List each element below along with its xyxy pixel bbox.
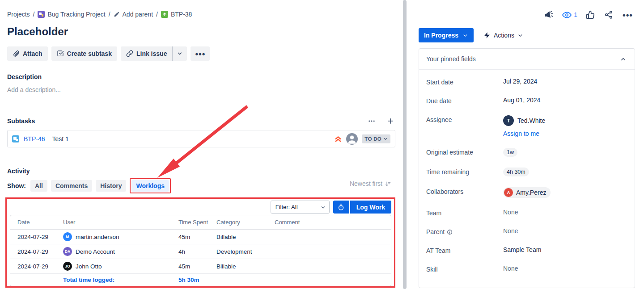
subtask-row[interactable]: BTP-46 Test 1 TO DO <box>7 130 395 147</box>
original-estimate-value[interactable]: 1w <box>503 148 517 157</box>
breadcrumb-separator: / <box>33 11 35 18</box>
attach-button[interactable]: Attach <box>7 46 48 61</box>
worklog-row[interactable]: 2024-07-29 DA Demo Account 4h Developmen… <box>10 244 391 259</box>
team-value[interactable]: None <box>503 209 518 216</box>
worklog-total-row: Total time logged: 5h 30m <box>10 274 391 286</box>
tab-all[interactable]: All <box>30 180 47 192</box>
link-icon <box>126 50 133 57</box>
priority-highest-icon <box>334 135 342 143</box>
subtasks-more-button[interactable] <box>367 116 377 126</box>
more-options-button[interactable]: ••• <box>622 10 634 20</box>
user-name: John Otto <box>76 263 102 270</box>
collapse-panel-button[interactable] <box>619 55 627 63</box>
status-dropdown[interactable]: In Progress <box>419 28 474 42</box>
actions-dropdown[interactable]: Actions <box>483 32 523 39</box>
worklog-row[interactable]: 2024-07-29 M martin.anderson 45m Billabl… <box>10 230 391 244</box>
project-avatar-icon <box>38 11 45 18</box>
worklogs-tab-highlight-box: Worklogs <box>130 178 171 193</box>
watchers-count: 1 <box>574 11 577 18</box>
user-avatar: DA <box>63 247 72 256</box>
total-time-value: 5h 30m <box>175 274 213 286</box>
eye-icon <box>562 10 572 20</box>
pencil-icon <box>114 11 120 17</box>
collaborator-chip[interactable]: A Amy.Perez <box>503 187 551 198</box>
tab-worklogs[interactable]: Worklogs <box>131 180 169 192</box>
user-avatar: M <box>63 232 72 241</box>
page-title: Placeholder <box>7 25 68 38</box>
user-name: Demo Account <box>76 248 115 255</box>
due-date-value[interactable]: Aug 01, 2024 <box>503 96 540 104</box>
col-time-spent: Time Spent <box>175 215 213 230</box>
parent-value[interactable]: None <box>503 227 518 235</box>
field-at-team: AT Team Sample Team <box>426 241 627 260</box>
activity-filter-tabs: Show: All Comments History Worklogs <box>7 178 171 193</box>
breadcrumb-project[interactable]: Bug Tracking Project <box>38 11 105 18</box>
breadcrumb-add-parent[interactable]: Add parent <box>114 11 153 18</box>
at-team-value[interactable]: Sample Team <box>503 246 541 253</box>
assign-to-me-link[interactable]: Assign to me <box>503 130 545 137</box>
feedback-megaphone-button[interactable] <box>543 9 555 21</box>
subtasks-add-button[interactable] <box>386 116 395 126</box>
field-collaborators: Collaborators A Amy.Perez <box>426 182 627 203</box>
breadcrumb-projects[interactable]: Projects <box>7 11 30 18</box>
issue-header-icons: 1 ••• <box>543 9 634 21</box>
info-icon <box>447 229 453 235</box>
subtasks-heading: Subtasks <box>7 117 35 125</box>
skill-value[interactable]: None <box>503 265 518 272</box>
subtask-status-dropdown[interactable]: TO DO <box>362 134 390 143</box>
breadcrumb-issue[interactable]: BTP-38 <box>161 11 192 18</box>
chevron-up-icon <box>620 56 627 63</box>
link-issue-button[interactable]: Link issue <box>121 46 172 61</box>
col-date: Date <box>10 215 59 230</box>
worklog-row[interactable]: 2024-07-29 JO John Otto 45m Billable <box>10 259 391 274</box>
col-user: User <box>59 215 175 230</box>
collaborator-avatar: A <box>504 188 513 197</box>
ellipsis-icon: ••• <box>195 50 205 58</box>
tab-history[interactable]: History <box>96 180 126 192</box>
subtask-summary[interactable]: Test 1 <box>52 135 68 142</box>
description-placeholder[interactable]: Add a description... <box>7 86 61 93</box>
lightning-icon <box>483 32 491 39</box>
assignee-value[interactable]: T Ted.White <box>503 115 545 126</box>
subtask-check-icon <box>57 50 64 57</box>
watch-button[interactable]: 1 <box>562 10 577 20</box>
assignee-avatar: T <box>503 115 514 126</box>
field-start-date: Start date Jul 29, 2024 <box>426 72 627 91</box>
sort-descending-icon <box>385 180 391 187</box>
worklog-filter-select[interactable]: Filter: All <box>271 201 330 214</box>
issue-type-improvement-icon <box>161 11 168 18</box>
field-original-estimate: Original estimate 1w <box>426 142 627 162</box>
total-time-label: Total time logged: <box>59 274 175 286</box>
log-work-button[interactable]: Log Work <box>350 201 391 214</box>
field-due-date: Due date Aug 01, 2024 <box>426 91 627 110</box>
stopwatch-icon <box>337 203 345 211</box>
create-subtask-button[interactable]: Create subtask <box>51 46 117 61</box>
description-heading: Description <box>7 73 42 80</box>
start-date-value[interactable]: Jul 29, 2024 <box>503 78 537 85</box>
time-remaining-value[interactable]: 4h 30m <box>503 168 529 176</box>
subtasks-header: Subtasks <box>7 116 395 126</box>
sort-order-control[interactable]: Newest first <box>350 180 391 187</box>
subtask-key-link[interactable]: BTP-46 <box>24 135 45 142</box>
start-timer-button[interactable] <box>333 201 349 214</box>
user-name: martin.anderson <box>76 234 119 240</box>
chevron-down-icon <box>462 33 468 38</box>
breadcrumb-separator: / <box>109 11 110 18</box>
link-issue-dropdown-button[interactable] <box>172 46 187 61</box>
pinned-fields-panel: Your pinned fields Start date Jul 29, 20… <box>419 48 635 288</box>
field-team: Team None <box>426 203 627 222</box>
show-label: Show: <box>7 182 26 189</box>
assignee-avatar[interactable] <box>346 133 358 145</box>
activity-heading: Activity <box>7 168 30 175</box>
share-button[interactable] <box>603 9 614 20</box>
pane-scrollbar[interactable] <box>403 0 407 289</box>
ellipsis-icon: ••• <box>623 10 633 20</box>
col-category: Category <box>213 215 271 230</box>
field-time-remaining: Time remaining 4h 30m <box>426 162 627 182</box>
pinned-fields-title: Your pinned fields <box>426 55 476 63</box>
breadcrumb: Projects / Bug Tracking Project / Add pa… <box>7 11 192 18</box>
more-actions-button[interactable]: ••• <box>191 46 210 61</box>
field-parent: Parent None <box>426 222 627 241</box>
tab-comments[interactable]: Comments <box>51 180 92 192</box>
vote-thumbs-up-button[interactable] <box>585 9 596 20</box>
